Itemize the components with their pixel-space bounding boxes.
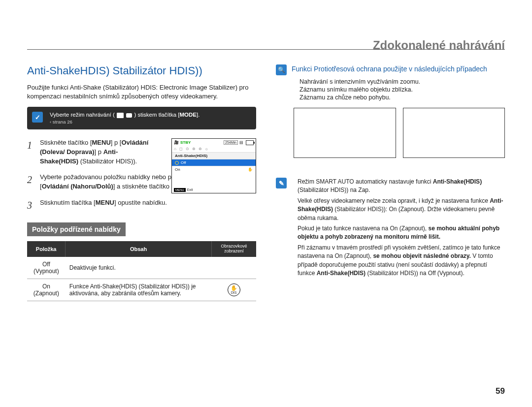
precondition-note: ✓ Vyberte režim nahrávání ( ) stiskem tl… [27,107,256,129]
note-text: Vyberte režim nahrávání ( ) stiskem tlač… [50,112,200,118]
table-header: Obsah [66,241,212,257]
table-cell-key: On (Zapnout) [27,279,66,301]
example-image-1 [294,108,396,158]
table-header: Položka [27,241,66,257]
lcd-menu-title: Anti-Shake(HDIS) [172,152,256,159]
lcd-option-on: On✋ [172,166,256,173]
use-case-list: Nahrávání s intenzivním využíváním zoomu… [276,78,505,101]
use-case-block: 🔍 Funkci Protiotřesová ochrana použijte … [276,64,505,75]
lcd-mode-icon: 🎥 [174,140,179,145]
table-cell-desc: Funkce Anti-Shake(HDIS) (Stabilizátor HD… [66,279,212,301]
list-item: Záznamu za chůze nebo pohybu. [294,94,505,101]
table-header: Obrazovkové zobrazení [211,241,256,257]
list-item: Záznamu snímku malého objektu zblízka. [294,86,505,93]
example-image-2 [403,108,505,158]
table-cell-icon [211,257,256,279]
table-cell-icon: ✋DIS [211,279,256,301]
left-column: Anti-ShakeHDIS) Stabilizátor HDIS)) Použ… [27,64,256,301]
note-ref: ‹ strana 26 [50,119,250,125]
tips-list: Režim SMART AUTO automaticky nastavuje f… [292,178,505,280]
step-item: 3Stisknutím tlačítka [MENU] opustíte nab… [27,198,256,213]
table-row: On (Zapnout)Funkce Anti-Shake(HDIS) (Sta… [27,279,256,301]
check-icon: ✓ [32,112,43,123]
lcd-exit: MENUExit [174,188,193,191]
lcd-card-icon: ▤ [239,140,243,145]
table-cell-key: Off (Vypnout) [27,257,66,279]
pencil-icon: ✎ [276,178,287,188]
lcd-icon-row: ⌂◻⊙⊕⊚☼ [172,147,256,152]
tip-item: Pokud je tato funkce nastavena na On (Za… [292,224,505,242]
manual-page: Zdokonalené nahrávání Anti-ShakeHDIS) St… [0,0,532,407]
lcd-battery-icon [246,140,254,145]
lcd-time: 254Min [224,140,238,145]
use-case-title: Funkci Protiotřesová ochrana použijte v … [292,64,487,74]
table-row: Off (Vypnout)Deaktivuje funkci. [27,257,256,279]
lcd-option-off: Off [172,159,256,166]
submenu-heading: Položky podřízené nabídky [27,222,126,236]
section-title: Anti-ShakeHDIS) Stabilizátor HDIS)) [27,64,256,77]
camera-lcd-illustration: 🎥 STBY 254Min ▤ ⌂◻⊙⊕⊚☼ Anti-Shake(HDIS) … [171,138,256,193]
intro-text: Použijte funkci Anti-Shake (Stabilizátor… [27,83,256,101]
photo-mode-icon [126,113,132,118]
list-item: Nahrávání s intenzivním využíváním zoomu… [294,78,505,85]
submenu-table: PoložkaObsahObrazovkové zobrazení Off (V… [27,241,256,301]
table-cell-desc: Deaktivuje funkci. [66,257,212,279]
hdis-icon: ✋DIS [228,283,240,296]
step-text: Stiskněte tlačítko [MENU] p [Ovládání (D… [40,138,153,166]
video-mode-icon [117,113,124,118]
example-images [294,108,505,158]
tip-item: Režim SMART AUTO automaticky nastavuje f… [292,178,505,195]
step-number: 3 [27,198,34,213]
tip-item: Velké otřesy videokamery nelze zcela opr… [292,197,505,222]
tip-item: Při záznamu v tmavém prostředí při vysok… [292,244,505,278]
step-text: Stisknutím tlačítka [MENU] opustíte nabí… [40,198,167,213]
lcd-stby: STBY [180,140,191,145]
right-column: 🔍 Funkci Protiotřesová ochrana použijte … [276,64,505,301]
step-number: 1 [27,138,34,166]
step-number: 2 [27,173,34,191]
page-number: 59 [496,386,505,396]
tips-block: ✎ Režim SMART AUTO automaticky nastavuje… [276,178,505,280]
chapter-title: Zdokonalené nahrávání [373,38,505,52]
magnifier-icon: 🔍 [276,64,287,75]
